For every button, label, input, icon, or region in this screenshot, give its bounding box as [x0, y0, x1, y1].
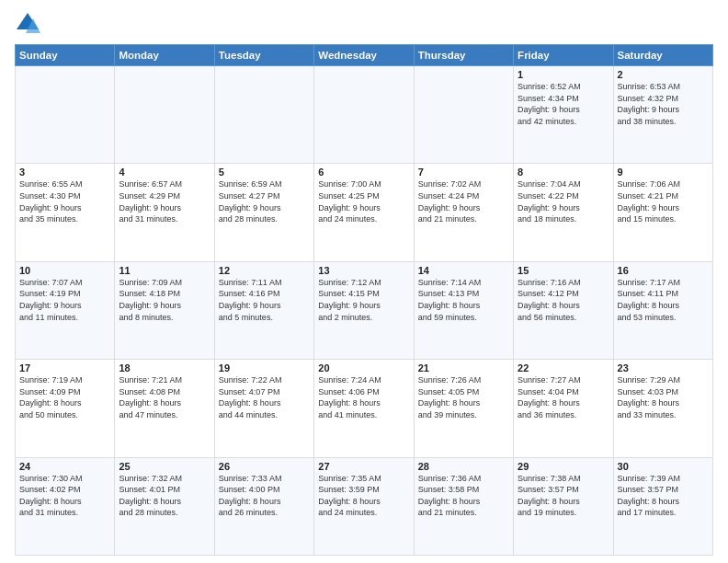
day-info: Sunrise: 6:59 AM Sunset: 4:27 PM Dayligh… [219, 178, 310, 224]
day-number: 3 [19, 167, 110, 178]
day-info: Sunrise: 7:02 AM Sunset: 4:24 PM Dayligh… [418, 178, 509, 224]
weekday-header: Tuesday [214, 45, 313, 66]
weekday-header: Monday [115, 45, 214, 66]
calendar-day-cell: 17Sunrise: 7:19 AM Sunset: 4:09 PM Dayli… [16, 360, 115, 457]
day-number: 29 [518, 461, 609, 472]
weekday-header: Friday [514, 45, 613, 66]
day-info: Sunrise: 7:22 AM Sunset: 4:07 PM Dayligh… [219, 374, 310, 420]
day-number: 28 [418, 461, 509, 472]
calendar-day-cell: 15Sunrise: 7:16 AM Sunset: 4:12 PM Dayli… [514, 261, 613, 359]
weekday-header: Wednesday [314, 45, 414, 66]
logo [15, 11, 44, 37]
day-number: 6 [318, 167, 409, 178]
calendar-day-cell: 6Sunrise: 7:00 AM Sunset: 4:25 PM Daylig… [314, 164, 414, 261]
weekday-header: Sunday [16, 45, 115, 66]
day-number: 9 [618, 167, 709, 178]
calendar-day-cell: 23Sunrise: 7:29 AM Sunset: 4:03 PM Dayli… [613, 360, 712, 457]
day-number: 12 [219, 265, 310, 276]
calendar-day-cell: 3Sunrise: 6:55 AM Sunset: 4:30 PM Daylig… [16, 164, 115, 261]
day-number: 4 [119, 167, 210, 178]
calendar-day-cell: 22Sunrise: 7:27 AM Sunset: 4:04 PM Dayli… [514, 360, 613, 457]
day-info: Sunrise: 7:35 AM Sunset: 3:59 PM Dayligh… [318, 473, 409, 519]
calendar-day-cell: 12Sunrise: 7:11 AM Sunset: 4:16 PM Dayli… [214, 261, 313, 359]
calendar-day-cell: 18Sunrise: 7:21 AM Sunset: 4:08 PM Dayli… [115, 360, 214, 457]
calendar-table: SundayMondayTuesdayWednesdayThursdayFrid… [15, 44, 713, 556]
calendar-day-cell: 1Sunrise: 6:52 AM Sunset: 4:34 PM Daylig… [514, 66, 613, 164]
day-number: 7 [418, 167, 509, 178]
weekday-header: Saturday [613, 45, 712, 66]
calendar-week-row: 1Sunrise: 6:52 AM Sunset: 4:34 PM Daylig… [16, 66, 713, 164]
day-info: Sunrise: 7:38 AM Sunset: 3:57 PM Dayligh… [518, 473, 609, 519]
day-info: Sunrise: 6:52 AM Sunset: 4:34 PM Dayligh… [518, 81, 609, 127]
calendar-day-cell: 16Sunrise: 7:17 AM Sunset: 4:11 PM Dayli… [613, 261, 712, 359]
day-info: Sunrise: 7:29 AM Sunset: 4:03 PM Dayligh… [618, 374, 709, 420]
day-number: 13 [318, 265, 409, 276]
day-number: 21 [418, 362, 509, 373]
calendar-day-cell: 26Sunrise: 7:33 AM Sunset: 4:00 PM Dayli… [214, 457, 313, 555]
day-info: Sunrise: 6:55 AM Sunset: 4:30 PM Dayligh… [19, 178, 110, 224]
calendar-day-cell: 20Sunrise: 7:24 AM Sunset: 4:06 PM Dayli… [314, 360, 414, 457]
day-info: Sunrise: 7:06 AM Sunset: 4:21 PM Dayligh… [618, 178, 709, 224]
calendar-week-row: 3Sunrise: 6:55 AM Sunset: 4:30 PM Daylig… [16, 164, 713, 261]
day-number: 18 [119, 362, 210, 373]
day-info: Sunrise: 7:39 AM Sunset: 3:57 PM Dayligh… [618, 473, 709, 519]
calendar-day-cell [16, 66, 115, 164]
day-info: Sunrise: 7:11 AM Sunset: 4:16 PM Dayligh… [219, 277, 310, 323]
day-number: 1 [518, 69, 609, 80]
calendar-day-cell [115, 66, 214, 164]
calendar-day-cell [214, 66, 313, 164]
calendar-day-cell: 2Sunrise: 6:53 AM Sunset: 4:32 PM Daylig… [613, 66, 712, 164]
calendar-day-cell: 11Sunrise: 7:09 AM Sunset: 4:18 PM Dayli… [115, 261, 214, 359]
day-info: Sunrise: 7:24 AM Sunset: 4:06 PM Dayligh… [318, 374, 409, 420]
day-info: Sunrise: 7:04 AM Sunset: 4:22 PM Dayligh… [518, 178, 609, 224]
day-number: 24 [19, 461, 110, 472]
header [15, 11, 713, 37]
calendar-day-cell: 25Sunrise: 7:32 AM Sunset: 4:01 PM Dayli… [115, 457, 214, 555]
calendar-day-cell: 27Sunrise: 7:35 AM Sunset: 3:59 PM Dayli… [314, 457, 414, 555]
day-number: 10 [19, 265, 110, 276]
calendar-day-cell: 8Sunrise: 7:04 AM Sunset: 4:22 PM Daylig… [514, 164, 613, 261]
day-number: 2 [618, 69, 709, 80]
day-info: Sunrise: 6:57 AM Sunset: 4:29 PM Dayligh… [119, 178, 210, 224]
day-number: 14 [418, 265, 509, 276]
calendar-day-cell: 19Sunrise: 7:22 AM Sunset: 4:07 PM Dayli… [214, 360, 313, 457]
day-number: 16 [618, 265, 709, 276]
day-info: Sunrise: 7:07 AM Sunset: 4:19 PM Dayligh… [19, 277, 110, 323]
day-info: Sunrise: 7:36 AM Sunset: 3:58 PM Dayligh… [418, 473, 509, 519]
calendar-day-cell: 4Sunrise: 6:57 AM Sunset: 4:29 PM Daylig… [115, 164, 214, 261]
calendar-day-cell: 28Sunrise: 7:36 AM Sunset: 3:58 PM Dayli… [414, 457, 513, 555]
calendar-day-cell: 14Sunrise: 7:14 AM Sunset: 4:13 PM Dayli… [414, 261, 513, 359]
calendar-day-cell [414, 66, 513, 164]
day-info: Sunrise: 7:16 AM Sunset: 4:12 PM Dayligh… [518, 277, 609, 323]
day-number: 15 [518, 265, 609, 276]
day-info: Sunrise: 7:33 AM Sunset: 4:00 PM Dayligh… [219, 473, 310, 519]
day-number: 20 [318, 362, 409, 373]
page: SundayMondayTuesdayWednesdayThursdayFrid… [0, 0, 728, 563]
day-info: Sunrise: 6:53 AM Sunset: 4:32 PM Dayligh… [618, 81, 709, 127]
day-info: Sunrise: 7:00 AM Sunset: 4:25 PM Dayligh… [318, 178, 409, 224]
day-number: 23 [618, 362, 709, 373]
calendar-day-cell: 30Sunrise: 7:39 AM Sunset: 3:57 PM Dayli… [613, 457, 712, 555]
calendar-day-cell: 10Sunrise: 7:07 AM Sunset: 4:19 PM Dayli… [16, 261, 115, 359]
day-number: 11 [119, 265, 210, 276]
calendar-day-cell: 7Sunrise: 7:02 AM Sunset: 4:24 PM Daylig… [414, 164, 513, 261]
day-info: Sunrise: 7:09 AM Sunset: 4:18 PM Dayligh… [119, 277, 210, 323]
calendar-day-cell [314, 66, 414, 164]
day-info: Sunrise: 7:17 AM Sunset: 4:11 PM Dayligh… [618, 277, 709, 323]
day-number: 17 [19, 362, 110, 373]
calendar-week-row: 24Sunrise: 7:30 AM Sunset: 4:02 PM Dayli… [16, 457, 713, 555]
calendar-week-row: 17Sunrise: 7:19 AM Sunset: 4:09 PM Dayli… [16, 360, 713, 457]
day-number: 27 [318, 461, 409, 472]
day-number: 8 [518, 167, 609, 178]
calendar-day-cell: 24Sunrise: 7:30 AM Sunset: 4:02 PM Dayli… [16, 457, 115, 555]
calendar-day-cell: 5Sunrise: 6:59 AM Sunset: 4:27 PM Daylig… [214, 164, 313, 261]
day-info: Sunrise: 7:14 AM Sunset: 4:13 PM Dayligh… [418, 277, 509, 323]
calendar-day-cell: 9Sunrise: 7:06 AM Sunset: 4:21 PM Daylig… [613, 164, 712, 261]
day-info: Sunrise: 7:32 AM Sunset: 4:01 PM Dayligh… [119, 473, 210, 519]
day-number: 5 [219, 167, 310, 178]
day-info: Sunrise: 7:21 AM Sunset: 4:08 PM Dayligh… [119, 374, 210, 420]
weekday-header: Thursday [414, 45, 513, 66]
day-info: Sunrise: 7:19 AM Sunset: 4:09 PM Dayligh… [19, 374, 110, 420]
day-info: Sunrise: 7:30 AM Sunset: 4:02 PM Dayligh… [19, 473, 110, 519]
calendar-week-row: 10Sunrise: 7:07 AM Sunset: 4:19 PM Dayli… [16, 261, 713, 359]
